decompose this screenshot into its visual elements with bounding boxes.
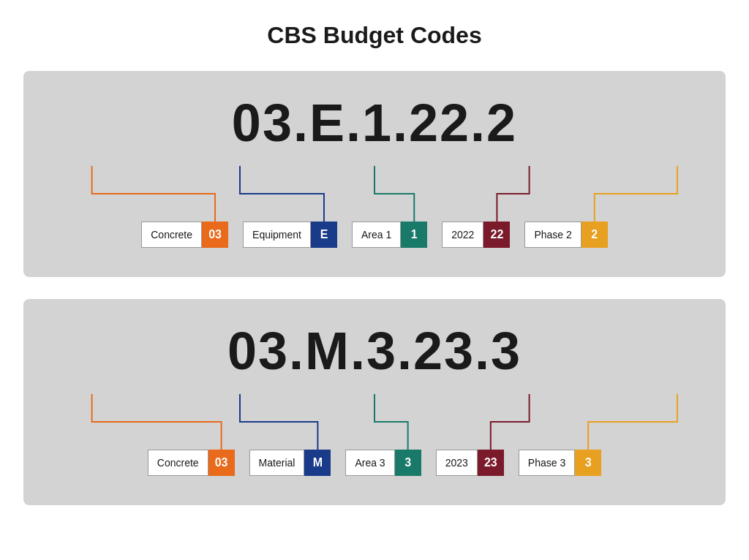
label-badge-phase2: 3 xyxy=(575,450,601,476)
connector-line-year2 xyxy=(491,394,530,450)
label-group-phase1: Phase 22 xyxy=(524,222,607,248)
label-badge-year2: 23 xyxy=(478,450,504,476)
label-text-year2: 2023 xyxy=(436,450,478,476)
label-group-concrete2: Concrete03 xyxy=(148,450,235,476)
label-text-material2: Material xyxy=(249,450,305,476)
connector-line-phase1 xyxy=(595,166,677,222)
label-group-material2: MaterialM xyxy=(249,450,331,476)
connector-line-material2 xyxy=(240,394,317,450)
connector-line-concrete1 xyxy=(92,166,215,222)
label-group-area1: Area 11 xyxy=(352,222,427,248)
connector-line-area2 xyxy=(374,394,408,450)
label-text-concrete2: Concrete xyxy=(148,450,208,476)
label-group-year1: 202222 xyxy=(442,222,510,248)
connector-line-phase2 xyxy=(588,394,677,450)
label-text-area2: Area 3 xyxy=(345,450,394,476)
page-title: CBS Budget Codes xyxy=(267,22,481,49)
diagram-area-1: Concrete03EquipmentEArea 11202222Phase 2… xyxy=(38,160,711,248)
connector-line-area1 xyxy=(374,166,414,222)
label-text-phase2: Phase 3 xyxy=(519,450,575,476)
label-badge-equipment1: E xyxy=(311,222,337,248)
connector-line-concrete2 xyxy=(92,394,222,450)
labels-row-1: Concrete03EquipmentEArea 11202222Phase 2… xyxy=(38,222,711,248)
label-group-year2: 202323 xyxy=(436,450,504,476)
code-display-1: 03.E.1.22.2 xyxy=(232,93,517,153)
diagram-1: 03.E.1.22.2 Concrete03EquipmentEArea 112… xyxy=(23,71,726,277)
label-group-equipment1: EquipmentE xyxy=(243,222,337,248)
connector-line-year1 xyxy=(497,166,529,222)
label-text-phase1: Phase 2 xyxy=(524,222,581,248)
code-display-2: 03.M.3.23.3 xyxy=(227,321,522,381)
label-text-area1: Area 1 xyxy=(352,222,401,248)
label-badge-concrete2: 03 xyxy=(208,450,235,476)
label-badge-material2: M xyxy=(304,450,331,476)
connector-line-equipment1 xyxy=(240,166,324,222)
label-badge-year1: 22 xyxy=(483,222,510,248)
label-group-phase2: Phase 33 xyxy=(519,450,601,476)
label-group-concrete1: Concrete03 xyxy=(141,222,228,248)
diagram-area-2: Concrete03MaterialMArea 33202323Phase 33 xyxy=(38,388,711,476)
label-text-concrete1: Concrete xyxy=(141,222,202,248)
label-text-year1: 2022 xyxy=(442,222,483,248)
label-badge-concrete1: 03 xyxy=(202,222,228,248)
label-badge-area1: 1 xyxy=(401,222,427,248)
labels-row-2: Concrete03MaterialMArea 33202323Phase 33 xyxy=(38,450,711,476)
diagram-2: 03.M.3.23.3 Concrete03MaterialMArea 3320… xyxy=(23,299,726,505)
label-group-area2: Area 33 xyxy=(345,450,421,476)
label-badge-phase1: 2 xyxy=(581,222,608,248)
label-badge-area2: 3 xyxy=(395,450,421,476)
label-text-equipment1: Equipment xyxy=(243,222,311,248)
